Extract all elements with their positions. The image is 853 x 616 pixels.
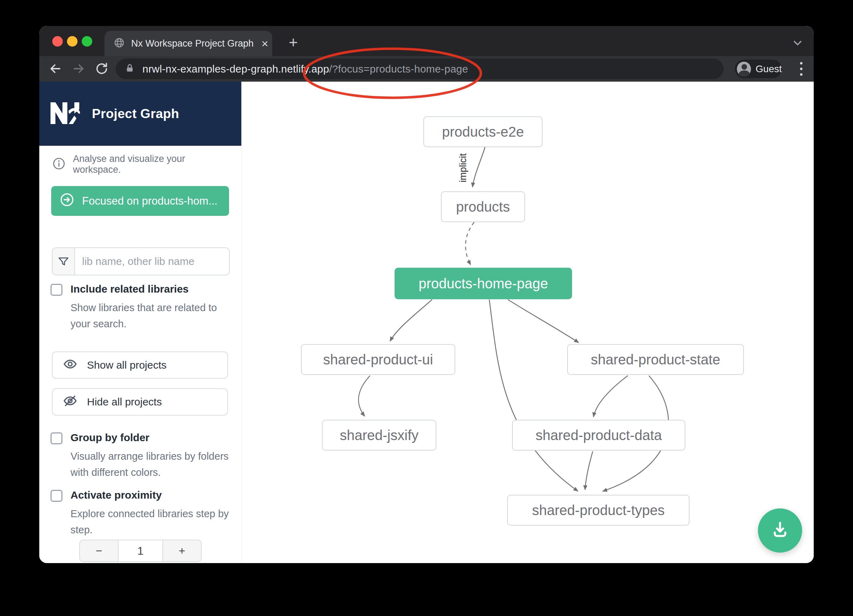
graph-node-products-e2e[interactable]: products-e2e (423, 117, 543, 147)
download-icon (770, 519, 791, 542)
include-related-label: Include related libraries (70, 283, 189, 295)
edge-label-implicit: implicit (458, 153, 468, 182)
browser-menu-button[interactable] (793, 60, 809, 77)
graph-edge-shared-product-data-to-shared-product-types (585, 451, 593, 490)
include-related-description: Show libraries that are related to your … (70, 300, 229, 332)
group-by-folder-label: Group by folder (70, 432, 149, 443)
forward-button[interactable] (70, 60, 87, 77)
new-tab-button[interactable]: + (285, 34, 302, 51)
window-zoom-button[interactable] (82, 36, 92, 47)
url-bar[interactable]: nrwl-nx-examples-dep-graph.netlify.app/?… (116, 59, 724, 79)
info-icon (53, 157, 65, 171)
graph-edge-products-e2e-to-products (472, 147, 485, 187)
arrow-circle-icon (60, 192, 74, 210)
page-content: Project Graph Analyse and visualize your… (39, 82, 814, 563)
window-close-button[interactable] (52, 36, 63, 47)
tab-strip: Nx Workspace Project Graph × + (39, 26, 814, 56)
stepper-decrement-button[interactable]: − (80, 540, 118, 562)
eye-icon (63, 357, 77, 374)
graph-node-shared-product-types[interactable]: shared-product-types (507, 495, 689, 525)
graph-edge-shared-product-state-to-shared-product-data (593, 375, 628, 417)
graph-edge-products-to-products-home-page (466, 222, 474, 265)
lock-icon (125, 64, 135, 75)
url-domain: nrwl-nx-examples-dep-graph.netlify.app (143, 63, 329, 75)
window-minimize-button[interactable] (67, 36, 77, 47)
url-path: /?focus=products-home-page (329, 63, 468, 75)
url-text: nrwl-nx-examples-dep-graph.netlify.app/?… (143, 63, 468, 75)
sidebar: Project Graph Analyse and visualize your… (39, 82, 242, 563)
show-all-projects-label: Show all projects (87, 359, 167, 371)
project-graph-canvas[interactable]: implicit products-e2eproductsproducts-ho… (242, 82, 814, 563)
graph-node-shared-product-state[interactable]: shared-product-state (567, 344, 744, 375)
focused-project-label: Focused on products-hom... (82, 195, 217, 207)
graph-node-shared-product-ui[interactable]: shared-product-ui (301, 344, 455, 375)
graph-edge-products-home-page-to-shared-product-state (508, 300, 579, 343)
group-by-folder-checkbox[interactable] (50, 432, 62, 444)
graph-edge-shared-product-ui-to-shared-jsxify (358, 375, 370, 416)
chevron-down-icon[interactable] (790, 35, 805, 50)
tab-close-icon[interactable]: × (260, 38, 270, 49)
hide-all-projects-label: Hide all projects (87, 396, 162, 408)
graph-node-shared-jsxify[interactable]: shared-jsxify (322, 420, 436, 451)
eye-off-icon (63, 394, 77, 410)
activate-proximity-checkbox[interactable] (50, 490, 62, 502)
profile-button[interactable]: Guest (735, 59, 782, 78)
filter-input[interactable] (75, 248, 229, 275)
group-by-folder-description: Visually arrange libraries by folders wi… (70, 448, 229, 481)
app-title: Project Graph (92, 106, 179, 121)
graph-node-products[interactable]: products (441, 191, 525, 222)
nx-logo (50, 102, 84, 126)
graph-node-shared-product-data[interactable]: shared-product-data (512, 420, 685, 451)
hide-all-projects-button[interactable]: Hide all projects (52, 388, 228, 416)
filter-box (52, 247, 230, 275)
activate-proximity-description: Explore connected libraries step by step… (70, 506, 229, 538)
graph-edge-products-home-page-to-shared-product-types (489, 300, 578, 491)
funnel-icon (53, 248, 75, 275)
back-button[interactable] (47, 60, 64, 77)
tagline-row: Analyse and visualize your workspace. (53, 153, 228, 175)
browser-window: Nx Workspace Project Graph × + nrwl-nx-e… (39, 26, 814, 563)
graph-edges: implicit (242, 82, 814, 563)
navigation-bar: nrwl-nx-examples-dep-graph.netlify.app/?… (39, 56, 814, 82)
graph-node-products-home-page[interactable]: products-home-page (395, 268, 572, 299)
reload-button[interactable] (93, 60, 110, 77)
stepper-increment-button[interactable]: + (163, 540, 201, 562)
stepper-value: 1 (118, 540, 163, 562)
sidebar-header: Project Graph (39, 82, 241, 146)
download-button[interactable] (758, 509, 802, 552)
tagline-text: Analyse and visualize your workspace. (73, 153, 228, 175)
browser-tab[interactable]: Nx Workspace Project Graph × (105, 31, 272, 56)
show-all-projects-button[interactable]: Show all projects (52, 351, 228, 379)
graph-edge-products-home-page-to-shared-product-ui (390, 300, 432, 341)
focused-project-button[interactable]: Focused on products-hom... (51, 186, 229, 216)
avatar (737, 62, 751, 76)
profile-label: Guest (756, 64, 782, 75)
proximity-stepper: − 1 + (79, 540, 202, 562)
tab-title: Nx Workspace Project Graph (131, 38, 253, 49)
activate-proximity-label: Activate proximity (70, 489, 162, 501)
include-related-checkbox[interactable] (50, 284, 62, 296)
globe-favicon-icon (114, 37, 125, 50)
